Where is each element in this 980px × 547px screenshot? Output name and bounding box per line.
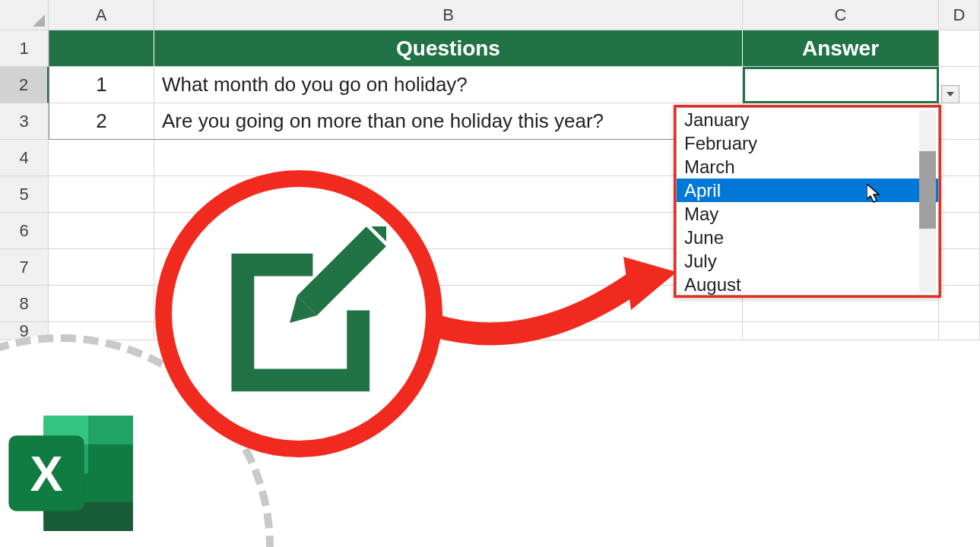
row-9: 9 (0, 322, 980, 340)
data-validation-dropdown-button[interactable] (941, 85, 959, 103)
dropdown-item-august[interactable]: August (677, 273, 938, 296)
dropdown-scroll-thumb[interactable] (919, 151, 936, 229)
cell-C2[interactable] (743, 67, 939, 103)
cell-D1[interactable] (939, 30, 980, 67)
edit-badge-circle (155, 170, 442, 457)
cell-B4[interactable] (154, 140, 743, 176)
cell-A8[interactable] (49, 286, 154, 322)
dropdown-item-february[interactable]: February (677, 131, 938, 155)
row-header-1[interactable]: 1 (0, 30, 49, 67)
cell-D3[interactable] (939, 103, 980, 140)
cell-B3[interactable]: Are you going on more than one holiday t… (154, 103, 743, 140)
row-header-4[interactable]: 4 (0, 140, 49, 176)
cell-B2[interactable]: What month do you go on holiday? (154, 67, 743, 103)
cell-A3[interactable]: 2 (49, 103, 154, 140)
cell-D9[interactable] (939, 322, 980, 340)
row-header-6[interactable]: 6 (0, 213, 49, 249)
cell-D4[interactable] (939, 140, 980, 176)
excel-logo-icon: X (3, 401, 147, 545)
dropdown-item-july[interactable]: July (677, 249, 938, 273)
svg-marker-1 (947, 92, 954, 96)
header-answer[interactable]: Answer (743, 30, 939, 67)
svg-rect-12 (88, 444, 133, 473)
data-validation-dropdown-list: January February March April May June Ju… (674, 105, 941, 298)
row-header-3[interactable]: 3 (0, 103, 49, 140)
row-header-8[interactable]: 8 (0, 286, 49, 322)
svg-marker-0 (33, 14, 45, 27)
column-header-row: A B C D (0, 0, 980, 30)
dropdown-item-june[interactable]: June (677, 226, 938, 249)
cell-A4[interactable] (49, 140, 154, 176)
dropdown-item-may[interactable]: May (677, 202, 938, 226)
header-blank[interactable] (49, 30, 154, 67)
cell-D8[interactable] (939, 286, 980, 322)
row-2: 2 1 What month do you go on holiday? (0, 67, 980, 103)
svg-rect-11 (88, 416, 133, 444)
svg-text:X: X (30, 447, 62, 501)
cell-C9[interactable] (743, 322, 939, 340)
cell-D7[interactable] (939, 249, 980, 286)
select-all-corner[interactable] (0, 0, 49, 30)
row-1: 1 Questions Answer (0, 30, 980, 67)
dropdown-scrollbar[interactable] (919, 110, 936, 292)
cell-A6[interactable] (49, 213, 154, 249)
cell-A2[interactable]: 1 (49, 67, 154, 103)
header-questions[interactable]: Questions (154, 30, 743, 67)
cell-A7[interactable] (49, 249, 154, 286)
col-header-A[interactable]: A (49, 0, 154, 30)
col-header-C[interactable]: C (743, 0, 939, 30)
col-header-B[interactable]: B (154, 0, 743, 30)
row-header-7[interactable]: 7 (0, 249, 49, 286)
col-header-D[interactable]: D (939, 0, 980, 30)
dropdown-item-april[interactable]: April (677, 179, 938, 202)
row-header-2[interactable]: 2 (0, 67, 49, 103)
cell-A5[interactable] (49, 176, 154, 213)
dropdown-item-january[interactable]: January (677, 108, 938, 131)
edit-pencil-icon (211, 226, 386, 401)
cell-D6[interactable] (939, 213, 980, 249)
dropdown-item-march[interactable]: March (677, 155, 938, 179)
cell-D5[interactable] (939, 176, 980, 213)
row-header-5[interactable]: 5 (0, 176, 49, 213)
